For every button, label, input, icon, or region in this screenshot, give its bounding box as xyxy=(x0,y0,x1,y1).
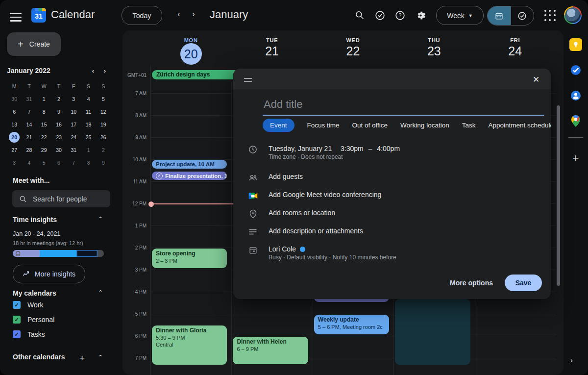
add-location-row[interactable]: Add rooms or location xyxy=(233,204,551,223)
search-icon[interactable] xyxy=(353,8,367,22)
google-contacts-icon[interactable] xyxy=(569,89,582,102)
view-selector[interactable]: Week ▼ xyxy=(436,6,484,25)
event-finalize-presentation[interactable]: ✓Finalize presentation, 10:3 xyxy=(152,172,227,180)
google-apps-icon[interactable] xyxy=(544,9,557,22)
day-header-thu[interactable]: THU23 xyxy=(393,34,474,65)
mini-cal-day-23[interactable]: 23 xyxy=(51,131,66,143)
mini-cal-day-17[interactable]: 17 xyxy=(66,119,81,130)
event-end-time[interactable]: 4:00pm xyxy=(377,145,400,152)
add-meet-row[interactable]: Add Google Meet video conferencing xyxy=(233,186,551,204)
add-other-calendar-icon[interactable]: + xyxy=(79,353,85,364)
organizer-settings-label[interactable]: Busy · Default visibility · Notify 10 mi… xyxy=(269,253,396,262)
mini-cal-day-5[interactable]: 5 xyxy=(96,93,111,104)
mini-cal-day-3[interactable]: 3 xyxy=(7,157,22,168)
date-time-row[interactable]: Tuesday, January 21 3:30pm – 4:00pm Time… xyxy=(233,140,551,165)
event-store-opening[interactable]: Store opening2 – 3 PM xyxy=(152,249,227,268)
mini-cal-day-2[interactable]: 2 xyxy=(51,93,66,104)
mini-cal-day-12[interactable]: 12 xyxy=(96,106,111,117)
mini-cal-day-1[interactable]: 1 xyxy=(37,93,51,104)
mini-cal-day-7[interactable]: 7 xyxy=(22,106,36,117)
mini-cal-day-14[interactable]: 14 xyxy=(22,119,36,130)
day-header-mon[interactable]: MON20 xyxy=(150,34,231,65)
mini-cal-day-13[interactable]: 13 xyxy=(7,119,22,130)
add-guests-row[interactable]: Add guests xyxy=(233,168,551,186)
mini-cal-day-19[interactable]: 19 xyxy=(96,119,111,130)
calendar-checkbox[interactable]: ✓ xyxy=(13,330,21,338)
event-dinner-with-helen[interactable]: Dinner with Helen6 – 9 PM xyxy=(233,337,308,364)
google-tasks-icon[interactable] xyxy=(569,64,582,76)
save-button[interactable]: Save xyxy=(505,275,542,291)
mini-cal-day-18[interactable]: 18 xyxy=(81,119,96,130)
timezone-repeat-label[interactable]: Time zone · Does not repeat xyxy=(269,153,403,161)
today-button[interactable]: Today xyxy=(122,6,162,25)
mini-cal-day-10[interactable]: 10 xyxy=(66,106,81,117)
mini-cal-day-25[interactable]: 25 xyxy=(81,131,96,143)
google-maps-icon[interactable] xyxy=(569,115,582,127)
mini-cal-day-21[interactable]: 21 xyxy=(22,131,36,143)
event-start-time[interactable]: 3:30pm xyxy=(341,145,364,152)
event-title-input[interactable] xyxy=(263,95,545,115)
more-options-button[interactable]: More options xyxy=(450,279,493,287)
create-button[interactable]: + Create xyxy=(7,32,61,56)
tab-focus-time[interactable]: Focus time xyxy=(307,119,340,132)
tab-task[interactable]: Task xyxy=(462,119,476,132)
calendar-item-tasks[interactable]: ✓Tasks xyxy=(13,330,45,338)
mini-cal-day-8[interactable]: 8 xyxy=(81,157,96,168)
calendar-color-dot[interactable] xyxy=(300,247,305,252)
mini-cal-day-29[interactable]: 29 xyxy=(37,144,51,155)
toggle-calendar-icon[interactable] xyxy=(488,6,511,25)
collapse-other-calendars-icon[interactable]: ⌃ xyxy=(98,354,103,361)
mini-cal-day-30[interactable]: 30 xyxy=(51,144,66,155)
tab-appointment-schedule[interactable]: Appointment schedule xyxy=(488,119,551,132)
day-header-fri[interactable]: FRI24 xyxy=(475,34,556,65)
mini-cal-day-24[interactable]: 24 xyxy=(66,131,81,143)
mini-cal-day-2[interactable]: 2 xyxy=(96,144,111,155)
mini-cal-day-1[interactable]: 1 xyxy=(81,144,96,155)
main-menu-icon[interactable] xyxy=(10,10,22,20)
prev-period-icon[interactable]: ‹ xyxy=(173,10,184,19)
mini-cal-day-3[interactable]: 3 xyxy=(66,93,81,104)
drag-handle-icon[interactable] xyxy=(244,78,252,82)
mini-cal-next-icon[interactable]: › xyxy=(99,67,111,75)
calendar-item-work[interactable]: ✓Work xyxy=(13,301,43,309)
event-weekly-update[interactable]: Weekly update5 – 6 PM, Meeting room 2c xyxy=(314,315,389,334)
organizer-row[interactable]: Lori Cole Busy · Default visibility · No… xyxy=(233,241,551,266)
dialog-drag-bar[interactable]: ✕ xyxy=(233,69,551,89)
mini-cal-day-8[interactable]: 8 xyxy=(37,106,51,117)
day-header-tue[interactable]: TUE21 xyxy=(231,34,312,65)
mini-cal-day-9[interactable]: 9 xyxy=(96,157,111,168)
mini-cal-day-4[interactable]: 4 xyxy=(22,157,36,168)
day-header-wed[interactable]: WED22 xyxy=(313,34,393,65)
get-add-ons-icon[interactable]: + xyxy=(569,152,582,165)
mini-cal-day-7[interactable]: 7 xyxy=(66,157,81,168)
mini-cal-day-11[interactable]: 11 xyxy=(81,106,96,117)
tab-working-location[interactable]: Working location xyxy=(400,119,449,132)
mini-cal-day-5[interactable]: 5 xyxy=(37,157,51,168)
collapse-my-calendars-icon[interactable]: ⌃ xyxy=(98,289,103,296)
more-insights-button[interactable]: More insights xyxy=(13,265,85,283)
support-status-icon[interactable] xyxy=(373,8,387,22)
mini-cal-day-16[interactable]: 16 xyxy=(51,119,66,130)
mini-cal-prev-icon[interactable]: ‹ xyxy=(87,67,99,75)
search-people-input[interactable]: Search for people xyxy=(12,190,110,207)
mini-cal-day-31[interactable]: 31 xyxy=(22,93,36,104)
mini-cal-day-20[interactable]: 20 xyxy=(7,131,22,143)
event-date[interactable]: Tuesday, January 21 xyxy=(269,145,332,152)
event-dinner-with-gloria[interactable]: Dinner with Gloria5:30 – 9 PMCentral xyxy=(152,325,227,365)
mini-cal-day-30[interactable]: 30 xyxy=(7,93,22,104)
mini-cal-day-15[interactable]: 15 xyxy=(37,119,51,130)
mini-cal-day-6[interactable]: 6 xyxy=(7,106,22,117)
account-avatar[interactable] xyxy=(564,6,582,24)
calendar-checkbox[interactable]: ✓ xyxy=(13,316,21,324)
next-period-icon[interactable]: › xyxy=(188,10,199,19)
settings-gear-icon[interactable] xyxy=(414,8,427,22)
event-project-update[interactable]: Project update, 10 AM xyxy=(152,160,227,169)
mini-cal-day-4[interactable]: 4 xyxy=(81,93,96,104)
mini-cal-day-22[interactable]: 22 xyxy=(37,131,51,143)
mini-cal-day-28[interactable]: 28 xyxy=(22,144,36,155)
tab-event[interactable]: Event xyxy=(263,119,294,132)
help-icon[interactable]: ? xyxy=(393,8,407,22)
calendar-item-personal[interactable]: ✓Personal xyxy=(13,316,54,324)
mini-cal-day-6[interactable]: 6 xyxy=(51,157,66,168)
add-description-row[interactable]: Add description or attachments xyxy=(233,223,551,241)
